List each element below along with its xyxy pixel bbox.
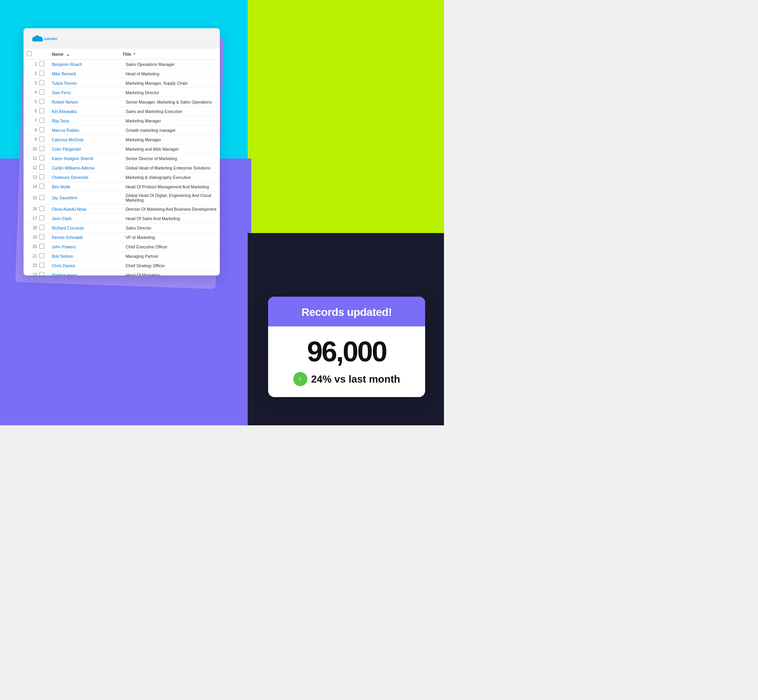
table-row: 23 Martine Haavi Head Of Marketing — [24, 270, 220, 275]
row-checkbox-cell[interactable] — [39, 174, 52, 180]
row-name[interactable]: Rija Tariq — [52, 118, 122, 123]
row-number: 16 — [27, 207, 39, 211]
row-checkbox-cell[interactable] — [39, 146, 52, 152]
row-checkbox-cell[interactable] — [39, 215, 52, 221]
row-checkbox-cell[interactable] — [39, 71, 52, 77]
row-name[interactable]: Ben Wylie — [52, 184, 122, 189]
row-checkbox[interactable] — [39, 118, 44, 123]
row-checkbox[interactable] — [39, 155, 44, 160]
row-name[interactable]: Bob Nelson — [52, 254, 122, 259]
row-checkbox-cell[interactable] — [39, 61, 52, 67]
row-name[interactable]: Robert Nelson — [52, 100, 122, 104]
row-number: 15 — [27, 196, 39, 200]
row-checkbox[interactable] — [39, 225, 44, 230]
row-name[interactable]: Olivia Asiedu-Ntow — [52, 207, 122, 211]
row-checkbox-cell[interactable] — [39, 184, 52, 190]
row-checkbox[interactable] — [39, 206, 44, 211]
svg-rect-4 — [32, 38, 43, 42]
row-checkbox-cell[interactable] — [39, 89, 52, 95]
header-checkbox[interactable] — [27, 51, 32, 56]
row-checkbox[interactable] — [39, 127, 44, 132]
table-row: 20 John Powers Chief Executive Officer — [24, 242, 220, 252]
row-number: 18 — [27, 226, 39, 230]
row-checkbox-cell[interactable] — [39, 165, 52, 171]
row-name[interactable]: Jenn Clark — [52, 216, 122, 221]
row-name[interactable]: Tuliya Teevon — [52, 81, 122, 86]
row-name[interactable]: Chris Davies — [52, 263, 122, 268]
row-name[interactable]: Mike Bennett — [52, 71, 122, 76]
row-checkbox-cell[interactable] — [39, 108, 52, 114]
row-checkbox[interactable] — [39, 272, 44, 275]
row-checkbox-cell[interactable] — [39, 118, 52, 124]
table-row: 17 Jenn Clark Head Of Sales And Marketin… — [24, 214, 220, 223]
row-checkbox-cell[interactable] — [39, 253, 52, 259]
table-row: 6 Kirt Ahluwalia Sales and Marketing Exe… — [24, 107, 220, 116]
row-checkbox-cell[interactable] — [39, 206, 52, 212]
row-name[interactable]: John Powers — [52, 244, 122, 249]
table-row: 15 Jay Sauerbrni Global Head Of Digital,… — [24, 191, 220, 204]
row-name[interactable]: Carlijn Williams-Adema — [52, 166, 122, 170]
row-name[interactable]: Sian Ferry — [52, 90, 122, 95]
row-checkbox[interactable] — [39, 195, 44, 200]
row-checkbox[interactable] — [39, 99, 44, 104]
row-checkbox-cell[interactable] — [39, 99, 52, 105]
row-checkbox[interactable] — [39, 165, 44, 170]
row-number: 11 — [27, 156, 39, 160]
row-number: 8 — [27, 128, 39, 132]
row-name[interactable]: Marcus Robles — [52, 128, 122, 133]
row-title: Marketing Manager — [122, 137, 217, 142]
row-number: 5 — [27, 100, 39, 104]
header-name-col[interactable]: Name ▲ — [52, 52, 122, 57]
row-checkbox[interactable] — [39, 146, 44, 151]
row-checkbox[interactable] — [39, 244, 44, 249]
row-title: Marketing and Web Manager — [122, 147, 217, 151]
row-checkbox[interactable] — [39, 215, 44, 221]
row-name[interactable]: Jay Sauerbrni — [52, 195, 122, 200]
row-checkbox[interactable] — [39, 184, 44, 189]
row-checkbox-cell[interactable] — [39, 262, 52, 268]
row-number: 9 — [27, 137, 39, 142]
row-checkbox-cell[interactable] — [39, 272, 52, 275]
salesforce-header: salesforce — [24, 28, 220, 49]
row-checkbox-cell[interactable] — [39, 127, 52, 133]
row-name[interactable]: Martine Haavi — [52, 273, 122, 276]
records-change: ↑ 24% vs last month — [281, 372, 413, 386]
table-row: 3 Tuliya Teevon Marketing Manager, Suppl… — [24, 78, 220, 88]
row-checkbox-cell[interactable] — [39, 225, 52, 231]
row-checkbox[interactable] — [39, 174, 44, 179]
row-checkbox[interactable] — [39, 61, 44, 66]
row-name[interactable]: Karen Hudgins Sherrill — [52, 156, 122, 161]
row-checkbox[interactable] — [39, 253, 44, 258]
row-checkbox[interactable] — [39, 262, 44, 268]
row-checkbox[interactable] — [39, 71, 44, 76]
title-sort-icon: ▼ — [133, 52, 136, 56]
row-name[interactable]: Richard Corcoran — [52, 226, 122, 230]
row-name[interactable]: Benjamin Roach — [52, 62, 122, 67]
row-checkbox-cell[interactable] — [39, 195, 52, 201]
header-title-col[interactable]: Title ▼ — [122, 52, 217, 57]
row-checkbox[interactable] — [39, 108, 44, 113]
row-checkbox[interactable] — [39, 89, 44, 95]
table-row: 4 Sian Ferry Marketing Director — [24, 88, 220, 97]
row-name[interactable]: Chelwynn Devenish — [52, 175, 122, 180]
row-checkbox-cell[interactable] — [39, 80, 52, 86]
row-name[interactable]: Colm Fitzgerald — [52, 147, 122, 151]
salesforce-card: salesforce Name ▲ Title ▼ 1 Benjamin Roa… — [24, 28, 220, 275]
row-checkbox-cell[interactable] — [39, 244, 52, 250]
row-name[interactable]: Kirt Ahluwalia — [52, 109, 122, 114]
row-title: Head Of Sales And Marketing — [122, 216, 217, 221]
row-checkbox[interactable] — [39, 80, 44, 85]
table-row: 12 Carlijn Williams-Adema Global Head of… — [24, 163, 220, 173]
row-checkbox-cell[interactable] — [39, 155, 52, 161]
table-row: 14 Ben Wylie Head Of Product Management … — [24, 182, 220, 191]
row-checkbox[interactable] — [39, 137, 44, 142]
table-row: 1 Benjamin Roach Sales Operations Manage… — [24, 60, 220, 69]
row-checkbox-cell[interactable] — [39, 234, 52, 240]
row-name[interactable]: Dennis Schiralidi — [52, 235, 122, 240]
row-checkbox-cell[interactable] — [39, 137, 52, 142]
records-pct: 24% vs last month — [311, 373, 400, 385]
row-title: Marketing & Videography Executive — [122, 175, 217, 180]
arrow-up-icon: ↑ — [293, 372, 307, 386]
row-name[interactable]: Catriona McGinty — [52, 137, 122, 142]
row-checkbox[interactable] — [39, 234, 44, 239]
